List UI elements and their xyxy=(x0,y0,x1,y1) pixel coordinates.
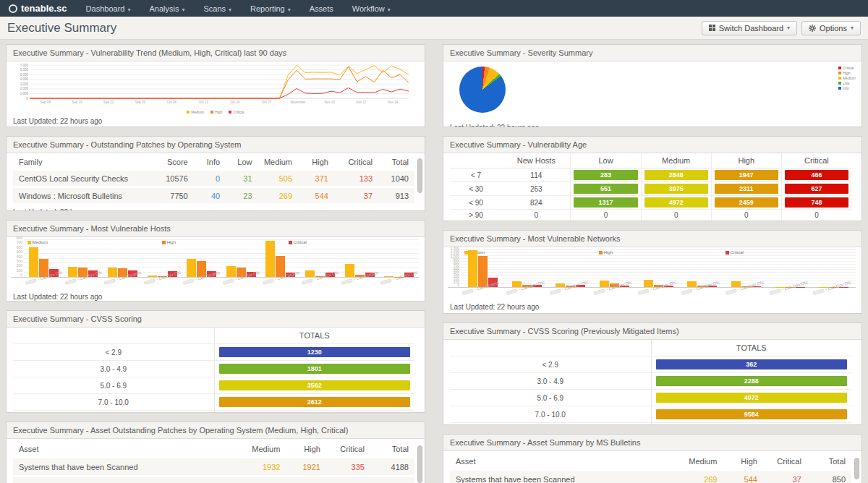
table-row[interactable]: 3.0 - 4.92288 xyxy=(450,373,851,390)
panel-title[interactable]: Executive Summary - CVSS Scoring xyxy=(7,311,425,328)
cell-total[interactable]: 48% xyxy=(214,411,415,413)
totals-bar[interactable]: 362 xyxy=(656,359,848,369)
nav-item-reporting[interactable]: Reporting▾ xyxy=(250,4,291,13)
totals-bar[interactable]: 1230 xyxy=(219,347,411,357)
panel-title[interactable]: Executive Summary - Vulnerability Trend … xyxy=(7,45,425,61)
table-row[interactable]: 3.0 - 4.91801 xyxy=(13,361,414,377)
cell-medium[interactable]: 2848 xyxy=(641,168,711,182)
table-row[interactable]: Systems that have been Scanned1932192133… xyxy=(13,458,414,477)
table-scrollbar[interactable] xyxy=(417,158,422,193)
cell-critical[interactable]: 335 xyxy=(326,458,370,477)
cell-medium[interactable]: 269 xyxy=(258,188,299,205)
panel-title[interactable]: Executive Summary - CVSS Scoring (Previo… xyxy=(443,323,861,340)
high-count-bar[interactable]: 2311 xyxy=(715,184,778,194)
cell-total[interactable]: 3562 xyxy=(214,377,415,394)
cell-total[interactable]: 52% xyxy=(651,423,852,425)
cell-critical[interactable]: 37 xyxy=(334,188,378,205)
nav-item-scans[interactable]: Scans▾ xyxy=(203,4,231,13)
table-scrollbar[interactable] xyxy=(417,445,422,483)
switch-dashboard-button[interactable]: Switch Dashboard ▾ xyxy=(702,21,797,35)
panel-title[interactable]: Executive Summary - Severity Summary xyxy=(443,45,861,61)
critical-count-bar[interactable]: 748 xyxy=(785,197,848,208)
cell-critical[interactable]: 0 xyxy=(781,210,851,221)
table-row[interactable]: 7.0 - 10.0 Exploitable52% xyxy=(450,423,851,425)
cell-high[interactable]: 0 xyxy=(711,210,781,221)
table-row[interactable]: < 2.9362 xyxy=(450,356,851,373)
cell-high[interactable]: 2459 xyxy=(711,196,781,210)
table-row[interactable]: > 9000000 xyxy=(450,210,851,221)
cell-critical[interactable]: 466 xyxy=(781,168,851,182)
cell-low[interactable]: 283 xyxy=(570,168,640,182)
cell-critical[interactable]: 748 xyxy=(781,196,851,210)
cell-low[interactable]: 0 xyxy=(570,210,640,221)
nav-item-assets[interactable]: Assets xyxy=(310,4,333,13)
totals-bar[interactable]: 4972 xyxy=(656,393,848,403)
cell-medium[interactable]: 1932 xyxy=(238,477,286,483)
cell-new-hosts[interactable]: 263 xyxy=(502,182,570,196)
cell-low[interactable]: 31 xyxy=(226,171,258,188)
options-button[interactable]: Options ▾ xyxy=(801,21,861,35)
panel-title[interactable]: Executive Summary - Vulnerability Age xyxy=(443,137,861,153)
high-count-bar[interactable]: 2459 xyxy=(715,197,778,208)
cell-total[interactable]: 4972 xyxy=(651,390,852,406)
cell-new-hosts[interactable]: 824 xyxy=(502,196,570,210)
medium-count-bar[interactable]: 2848 xyxy=(644,170,708,180)
cell-medium[interactable]: 3975 xyxy=(641,182,711,196)
table-scrollbar[interactable] xyxy=(854,458,859,479)
table-row[interactable]: 7.0 - 10.02612 xyxy=(13,394,414,411)
cell-info[interactable]: 40 xyxy=(194,188,226,205)
low-count-bar[interactable]: 1317 xyxy=(574,197,637,208)
cell-total[interactable]: 2288 xyxy=(651,373,852,390)
totals-bar[interactable]: 3562 xyxy=(219,380,411,390)
cell-medium[interactable]: 269 xyxy=(675,471,723,483)
totals-bar[interactable]: 9584 xyxy=(656,409,848,419)
cell-medium[interactable]: 1932 xyxy=(238,458,286,477)
table-row[interactable]: < 711428328481947466 xyxy=(450,168,851,182)
cell-total[interactable]: 1801 xyxy=(214,361,415,377)
panel-title[interactable]: Executive Summary - Outstanding Patches … xyxy=(7,137,425,153)
cell-medium[interactable]: 0 xyxy=(641,210,711,221)
table-row[interactable]: 5.0 - 6.93562 xyxy=(13,377,414,394)
panel-title[interactable]: Executive Summary - Asset Summary by MS … xyxy=(443,435,861,451)
high-count-bar[interactable]: 1947 xyxy=(715,170,778,180)
totals-bar[interactable]: 2612 xyxy=(219,397,411,407)
cell-medium[interactable]: 505 xyxy=(258,171,299,188)
table-row[interactable]: Windows : Microsoft Bulletins77504023269… xyxy=(13,188,414,205)
nav-item-dashboard[interactable]: Dashboard▾ xyxy=(86,4,131,13)
critical-count-bar[interactable]: 466 xyxy=(785,170,848,180)
table-row[interactable]: Systems that have been Scanned2695443785… xyxy=(450,471,851,483)
cell-total[interactable]: 2612 xyxy=(214,394,415,411)
cell-high[interactable]: 1921 xyxy=(286,477,326,483)
table-row[interactable]: 7.0 - 10.09584 xyxy=(450,406,851,423)
cell-high[interactable]: 371 xyxy=(298,171,334,188)
cell-high[interactable]: 544 xyxy=(723,471,763,483)
cell-total[interactable]: 9584 xyxy=(651,406,852,423)
panel-title[interactable]: Executive Summary - Asset Outstanding Pa… xyxy=(7,422,425,439)
cell-info[interactable]: 0 xyxy=(194,171,226,188)
cell-total[interactable]: 1230 xyxy=(214,344,415,361)
table-row[interactable]: 7.0 - 10.0 Exploitable48% xyxy=(13,411,414,413)
totals-bar[interactable]: 2288 xyxy=(656,376,848,386)
totals-bar[interactable]: 1801 xyxy=(219,364,411,374)
nav-item-workflow[interactable]: Workflow▾ xyxy=(352,4,391,13)
table-row[interactable]: < 3026355139752311627 xyxy=(450,182,851,196)
cell-new-hosts[interactable]: 0 xyxy=(502,210,570,221)
cell-critical[interactable]: 627 xyxy=(781,182,851,196)
table-row[interactable]: < 90824131749722459748 xyxy=(450,196,851,210)
nav-item-analysis[interactable]: Analysis▾ xyxy=(149,4,184,13)
medium-count-bar[interactable]: 4972 xyxy=(644,197,708,208)
cell-high[interactable]: 2311 xyxy=(711,182,781,196)
table-row[interactable]: < 2.91230 xyxy=(13,344,414,361)
table-row[interactable]: 5.0 - 6.94972 xyxy=(450,390,851,406)
critical-count-bar[interactable]: 627 xyxy=(785,184,848,194)
cell-low[interactable]: 551 xyxy=(570,182,640,196)
panel-title[interactable]: Executive Summary - Most Vulnerable Netw… xyxy=(443,231,861,247)
table-row[interactable]: CentOS Local Security Checks105760315053… xyxy=(13,171,414,188)
cell-critical[interactable]: 133 xyxy=(334,171,378,188)
cell-low[interactable]: 1317 xyxy=(570,196,640,210)
cell-critical[interactable]: 37 xyxy=(763,471,807,483)
tenable-logo[interactable]: tenable.sc xyxy=(9,3,67,14)
table-row[interactable]: Systems with Software Inventoried1932192… xyxy=(13,477,414,483)
panel-title[interactable]: Executive Summary - Most Vulnerable Host… xyxy=(7,221,425,237)
medium-count-bar[interactable]: 3975 xyxy=(644,184,708,194)
